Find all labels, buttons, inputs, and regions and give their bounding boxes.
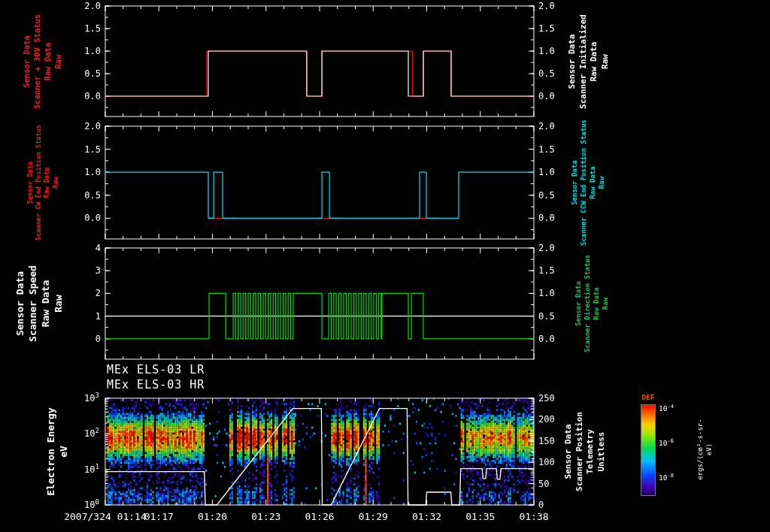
y-tick-label-right: 1.0 <box>538 167 555 177</box>
y-tick-label-right: 200 <box>538 414 555 425</box>
y-tick-label-left: 1.5 <box>84 144 101 155</box>
panel2-right-axis-label: Sensor Data Scanner CCW End Position Sta… <box>571 119 607 246</box>
x-axis-tick-label: 01:35 <box>465 511 495 522</box>
x-axis-tick-label: 2007/324 01:14 <box>64 511 147 522</box>
y-tick-label-right: 1.5 <box>538 265 555 276</box>
x-axis-tick-label: 01:23 <box>251 511 280 522</box>
tick-label: 100 <box>84 498 99 510</box>
y-tick-label-left: 1.0 <box>84 46 101 56</box>
trace-scanner-ccw-end-position-status-raw <box>105 172 534 218</box>
y-tick-label-right: 150 <box>538 436 555 446</box>
y-tick-label-left: 1.5 <box>84 23 101 34</box>
tick-label: 101 <box>84 463 99 475</box>
colorbar-tick-label: 10-8 <box>659 473 674 482</box>
panel2-left-axis-label: Sensor Data Scanner CW End Position Stat… <box>26 125 60 240</box>
x-axis-tick-label: 01:29 <box>359 511 388 522</box>
tick-label: 102 <box>84 427 99 439</box>
panel-scanner-end-position: 2.02.01.51.51.01.00.50.50.00.0 <box>84 121 554 239</box>
trace-scanner-initialized-raw <box>105 51 534 96</box>
y-tick-label-right: 50 <box>538 479 549 489</box>
y-tick-label-right: 1.0 <box>538 288 555 298</box>
y-tick-label-right: 250 <box>538 393 555 404</box>
trace-scanner-30v-status-raw <box>105 51 534 96</box>
y-tick-label-left: 1 <box>95 311 101 322</box>
y-tick-label-left: 0.5 <box>84 190 101 201</box>
panel1-left-axis-label: Sensor Data Scanner + 30V Status Raw Dat… <box>22 14 63 109</box>
x-axis-tick-label: 01:38 <box>519 511 548 522</box>
colorbar: DEF 10-410-610-8 <box>641 404 701 502</box>
y-tick-label-left: 2.0 <box>84 1 101 11</box>
y-tick-label-right: 1.5 <box>538 144 555 155</box>
panel-scanner-initialized: 2.02.01.51.51.01.00.50.50.00.0 <box>84 1 554 116</box>
y-tick-label-right: 0.0 <box>538 91 555 101</box>
y-tick-label-right: 1.0 <box>538 46 555 56</box>
y-tick-label-right: 1.5 <box>538 23 555 34</box>
y-tick-label-right: 2.0 <box>538 121 555 131</box>
y-tick-label-right: 100 <box>538 457 555 467</box>
trace-scanner-position-telemetry <box>105 409 534 505</box>
figure-root: 2.02.01.51.51.01.00.50.50.00.02.02.01.51… <box>0 0 770 532</box>
spectrogram-right-axis-label: Sensor Data Scanner Position Telemetry U… <box>563 412 607 491</box>
y-tick-label-left: 4 <box>95 243 101 253</box>
y-tick-label-right: 0.5 <box>538 311 555 322</box>
panel-scanner-speed-direction: 42.031.521.010.500.0 <box>95 243 555 359</box>
panel3-right-axis-label: Sensor Data Scanner Direction Status Raw… <box>574 255 611 352</box>
y-tick-label-left: 2.0 <box>84 121 101 131</box>
colorbar-title: DEF <box>641 393 656 401</box>
panel3-left-axis-label: Sensor Data Scanner Speed Raw Data Raw <box>14 265 65 342</box>
tick-label: 103 <box>84 391 99 404</box>
spectrogram-title-hr: MEx ELS-03 HR <box>107 378 205 391</box>
y-tick-label-right: 0.5 <box>538 68 555 79</box>
colorbar-gradient <box>641 404 656 496</box>
y-tick-label-right: 0.5 <box>538 190 555 201</box>
x-axis-labels: 2007/324 01:1401:1701:2001:2301:2601:290… <box>64 511 548 522</box>
y-tick-label-left: 2 <box>95 288 101 298</box>
colorbar-tick-label: 10-4 <box>659 404 674 413</box>
y-tick-label-right: 0.0 <box>538 213 555 223</box>
y-tick-label-left: 0 <box>95 334 101 344</box>
y-tick-label-left: 0.0 <box>84 91 101 101</box>
x-axis-tick-label: 01:26 <box>305 511 334 522</box>
x-axis-tick-label: 01:17 <box>144 511 174 522</box>
spectrogram-left-axis-label: Electron Energy eV <box>44 407 70 495</box>
panel1-right-axis-label: Sensor Data Scanner Initialized Raw Data… <box>567 14 611 109</box>
y-tick-label-right: 2.0 <box>538 243 555 253</box>
panel-els-spectrogram: 100101102103050100150200250 <box>84 391 555 510</box>
colorbar-tick-label: 10-6 <box>659 438 674 447</box>
x-axis-tick-label: 01:20 <box>198 511 227 522</box>
y-tick-label-left: 3 <box>95 265 101 276</box>
y-tick-label-right: 0 <box>538 500 544 510</box>
y-tick-label-left: 1.0 <box>84 167 101 177</box>
y-tick-label-left: 0.0 <box>84 213 101 223</box>
y-tick-label-right: 0.0 <box>538 334 555 344</box>
x-axis-tick-label: 01:32 <box>412 511 441 522</box>
colorbar-units-label: ergs/(cm²-s-sr-eV) <box>696 417 714 482</box>
spectrogram-title-lr: MEx ELS-03 LR <box>107 363 205 376</box>
y-tick-label-left: 0.5 <box>84 68 101 79</box>
y-tick-label-right: 2.0 <box>538 1 555 11</box>
